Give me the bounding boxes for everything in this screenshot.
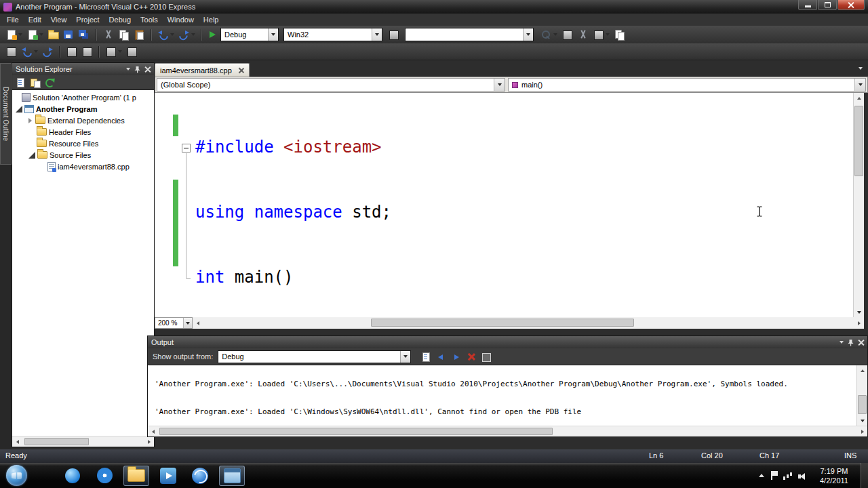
scroll-left-icon[interactable]	[193, 318, 203, 328]
tree-item-source-files[interactable]: Source Files	[12, 149, 154, 161]
menu-debug[interactable]: Debug	[104, 14, 136, 26]
new-project-button[interactable]	[4, 28, 24, 42]
menu-edit[interactable]: Edit	[24, 14, 46, 26]
show-desktop-button[interactable]	[861, 463, 868, 488]
collapse-icon[interactable]	[16, 106, 22, 113]
taskbar-media-button[interactable]	[155, 466, 181, 486]
navigate-forward-button[interactable]	[41, 45, 55, 59]
scrollbar-thumb[interactable]	[24, 438, 89, 445]
scroll-up-icon[interactable]	[854, 93, 864, 103]
undo-button[interactable]	[156, 28, 176, 42]
tree-item-external-dependencies[interactable]: External Dependencies	[12, 115, 154, 126]
chevron-down-icon[interactable]	[183, 318, 192, 328]
document-tab[interactable]: iam4eversmart88.cpp	[155, 63, 250, 77]
close-tab-icon[interactable]	[238, 67, 244, 73]
output-text-area[interactable]: 'Another Program.exe': Loaded 'C:\Users\…	[148, 365, 856, 426]
scroll-down-icon[interactable]	[854, 307, 864, 317]
scrollbar-thumb[interactable]	[159, 428, 553, 435]
bookmark-button[interactable]	[104, 45, 123, 59]
pin-icon[interactable]	[847, 339, 854, 346]
close-button[interactable]	[837, 0, 865, 10]
tree-item-cpp-file[interactable]: iam4eversmart88.cpp	[12, 161, 154, 172]
menu-tools[interactable]: Tools	[136, 14, 163, 26]
solution-platforms-combo[interactable]: Win32	[283, 28, 382, 41]
add-item-button[interactable]	[25, 28, 45, 42]
scroll-left-icon[interactable]	[148, 426, 158, 436]
indent-button[interactable]	[64, 45, 79, 59]
menu-file[interactable]: File	[2, 14, 24, 26]
action-center-icon[interactable]	[770, 471, 778, 480]
pin-icon[interactable]	[134, 66, 141, 73]
next-message-icon[interactable]	[451, 352, 461, 362]
chevron-down-icon[interactable]	[372, 28, 382, 41]
properties-icon[interactable]	[16, 77, 26, 87]
code-editor[interactable]: #include <iostream> using namespace std;…	[155, 93, 853, 317]
redo-button[interactable]	[177, 28, 197, 42]
taskbar-clock[interactable]: 7:19 PM 4/2/2011	[813, 466, 855, 485]
tray-expand-icon[interactable]	[759, 474, 764, 477]
document-outline-tab[interactable]: Document Outline	[0, 63, 12, 165]
save-all-button[interactable]	[77, 28, 92, 42]
find-combo[interactable]	[405, 28, 534, 41]
chevron-down-icon[interactable]	[400, 351, 410, 363]
collapse-icon[interactable]	[28, 152, 35, 159]
output-header[interactable]: Output	[148, 336, 867, 348]
clear-all-icon[interactable]	[466, 352, 476, 362]
paste-button[interactable]	[132, 28, 146, 42]
expand-icon[interactable]	[28, 118, 32, 123]
close-panel-icon[interactable]	[144, 66, 151, 73]
scrollbar-thumb[interactable]	[854, 106, 863, 176]
find-in-files-button[interactable]	[539, 28, 559, 42]
tree-item-header-files[interactable]: Header Files	[12, 126, 154, 138]
comment-button[interactable]	[80, 45, 94, 59]
chevron-down-icon[interactable]	[854, 79, 865, 91]
volume-icon[interactable]	[798, 471, 808, 480]
scope-combo[interactable]: (Global Scope)	[157, 78, 505, 92]
solution-explorer-hscrollbar[interactable]	[12, 436, 154, 447]
chevron-down-icon[interactable]	[523, 28, 533, 41]
editor-hscrollbar[interactable]	[203, 317, 854, 329]
save-button[interactable]	[62, 28, 76, 42]
open-file-button[interactable]	[46, 28, 60, 42]
scrollbar-thumb[interactable]	[858, 395, 867, 414]
menu-window[interactable]: Window	[163, 14, 199, 26]
taskbar-ie-button[interactable]	[187, 466, 213, 486]
bookmark-next-button[interactable]	[125, 45, 139, 59]
cut-button[interactable]	[101, 28, 115, 42]
menu-project[interactable]: Project	[71, 14, 104, 26]
window-position-icon[interactable]	[126, 68, 130, 70]
previous-message-icon[interactable]	[436, 352, 446, 362]
taskbar-messenger-button[interactable]	[60, 466, 85, 486]
toolbar-extra-4-button[interactable]	[612, 28, 627, 42]
member-combo[interactable]: main()	[508, 78, 866, 92]
scroll-up-icon[interactable]	[857, 365, 867, 375]
scroll-right-icon[interactable]	[854, 318, 864, 328]
build-button[interactable]	[387, 28, 401, 42]
start-debugging-button[interactable]	[206, 28, 219, 42]
output-hscrollbar[interactable]	[148, 426, 867, 436]
output-source-combo[interactable]: Debug	[218, 350, 411, 363]
solution-explorer-header[interactable]: Solution Explorer	[12, 63, 154, 75]
tree-item-resource-files[interactable]: Resource Files	[12, 138, 154, 149]
start-button[interactable]	[6, 465, 27, 486]
zoom-combo[interactable]: 200 %	[155, 317, 193, 329]
tree-item-solution[interactable]: Solution 'Another Program' (1 p	[12, 92, 154, 103]
window-position-icon[interactable]	[840, 341, 844, 344]
minimize-button[interactable]	[798, 0, 817, 10]
scroll-down-icon[interactable]	[857, 415, 867, 426]
chevron-down-icon[interactable]	[494, 79, 505, 91]
taskbar-wmp-button[interactable]	[92, 466, 117, 486]
find-message-icon[interactable]	[421, 352, 431, 362]
solution-configurations-combo[interactable]: Debug	[220, 28, 279, 41]
maximize-button[interactable]	[818, 0, 837, 10]
word-wrap-icon[interactable]	[481, 352, 491, 362]
menu-view[interactable]: View	[46, 14, 72, 26]
network-icon[interactable]	[783, 471, 793, 480]
document-list-chevron-icon[interactable]	[859, 67, 863, 70]
collapse-region-icon[interactable]	[182, 144, 191, 152]
copy-button[interactable]	[117, 28, 131, 42]
close-panel-icon[interactable]	[858, 340, 864, 346]
taskbar-explorer-button[interactable]	[123, 466, 149, 486]
toolbar-extra-1-button[interactable]	[560, 28, 574, 42]
chevron-down-icon[interactable]	[268, 28, 278, 41]
